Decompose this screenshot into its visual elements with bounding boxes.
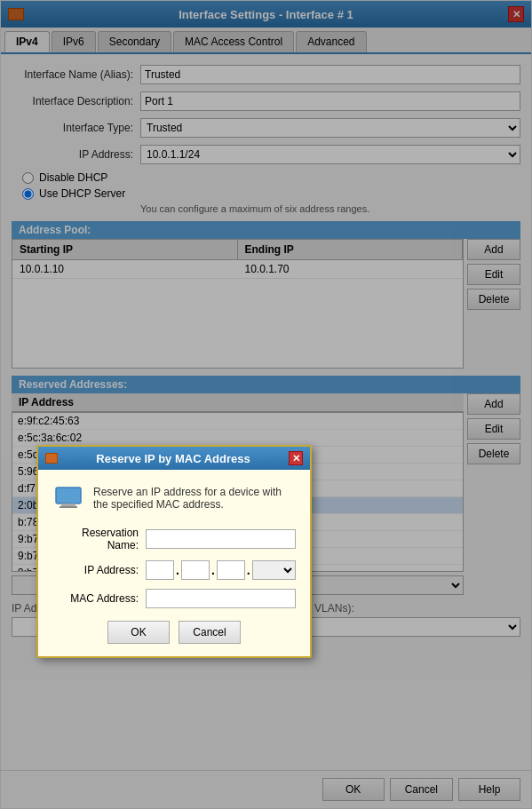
ip-dot-1: . <box>176 563 179 577</box>
ip-dot-2: . <box>211 563 215 577</box>
reserve-ip-modal: Reserve IP by MAC Address ✕ Reserve an I… <box>36 445 312 658</box>
modal-ip-part-3[interactable] <box>217 560 245 580</box>
modal-mac-address-label: MAC Address: <box>52 592 146 605</box>
modal-description-row: Reserve an IP address for a device with … <box>52 482 296 514</box>
modal-reservation-name-row: Reservation Name: <box>52 527 296 551</box>
modal-overlay: Reserve IP by MAC Address ✕ Reserve an I… <box>1 1 531 808</box>
modal-buttons: OK Cancel <box>52 621 296 644</box>
modal-title-bar: Reserve IP by MAC Address ✕ <box>38 447 310 470</box>
modal-device-icon <box>52 482 84 514</box>
modal-ok-button[interactable]: OK <box>107 621 170 644</box>
ip-dot-3: . <box>247 563 250 577</box>
modal-title-text: Reserve IP by MAC Address <box>96 452 250 465</box>
modal-ip-address-row: IP Address: . . . <box>52 560 296 580</box>
modal-ip-last-select[interactable] <box>252 560 296 580</box>
modal-mac-address-row: MAC Address: <box>52 589 296 608</box>
modal-ip-input-group: . . . <box>146 560 296 580</box>
modal-cancel-button[interactable]: Cancel <box>179 621 241 644</box>
svg-rect-0 <box>56 488 81 504</box>
modal-description-text: Reserve an IP address for a device with … <box>93 486 296 511</box>
modal-reservation-name-input[interactable] <box>146 529 296 549</box>
modal-icon-small <box>45 453 58 464</box>
modal-content: Reserve an IP address for a device with … <box>38 470 310 656</box>
modal-ip-part-2[interactable] <box>181 560 210 580</box>
modal-reservation-name-label: Reservation Name: <box>52 527 146 551</box>
modal-ip-address-label: IP Address: <box>52 564 146 576</box>
svg-rect-2 <box>60 506 77 508</box>
modal-ip-part-1[interactable] <box>146 560 174 580</box>
modal-close-button[interactable]: ✕ <box>289 451 303 465</box>
main-window: Interface Settings - Interface # 1 ✕ IPv… <box>0 0 532 809</box>
modal-mac-address-input[interactable] <box>146 589 296 608</box>
svg-rect-1 <box>61 504 75 506</box>
